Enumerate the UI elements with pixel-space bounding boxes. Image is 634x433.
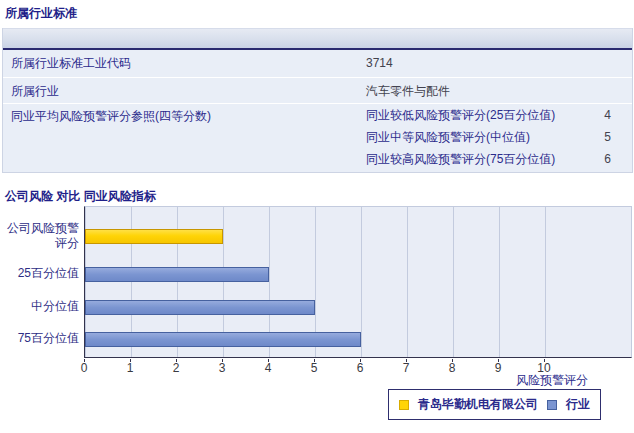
legend-swatch-company bbox=[399, 400, 409, 410]
gridline bbox=[361, 207, 362, 357]
y-category-label: 75百分位值 bbox=[0, 331, 79, 346]
bar-75th-percentile bbox=[85, 332, 361, 347]
gridline bbox=[499, 207, 500, 357]
y-category-label: 公司风险预警评分 bbox=[0, 221, 79, 251]
x-tick-label: 0 bbox=[74, 361, 94, 375]
x-tick-mark bbox=[360, 359, 361, 362]
x-tick-mark bbox=[268, 359, 269, 362]
gridline bbox=[407, 207, 408, 357]
x-tick-label: 4 bbox=[258, 361, 278, 375]
x-tick-mark bbox=[406, 359, 407, 362]
gridline bbox=[545, 207, 546, 357]
x-tick-label: 6 bbox=[350, 361, 370, 375]
x-tick-label: 2 bbox=[166, 361, 186, 375]
x-tick-label: 1 bbox=[120, 361, 140, 375]
x-tick-mark bbox=[314, 359, 315, 362]
legend-label-industry: 行业 bbox=[566, 396, 590, 413]
x-tick-mark bbox=[176, 359, 177, 362]
x-tick-mark bbox=[84, 359, 85, 362]
chart-legend: 青岛毕勤机电有限公司 行业 bbox=[388, 389, 601, 420]
bar-25th-percentile bbox=[85, 267, 269, 282]
x-tick-mark bbox=[130, 359, 131, 362]
x-tick-label: 8 bbox=[442, 361, 462, 375]
legend-swatch-industry bbox=[547, 400, 557, 410]
bar-company-risk-score bbox=[85, 229, 223, 244]
x-tick-mark bbox=[452, 359, 453, 362]
y-category-label: 25百分位值 bbox=[0, 266, 79, 281]
x-tick-mark bbox=[498, 359, 499, 362]
x-tick-label: 7 bbox=[396, 361, 416, 375]
gridline bbox=[453, 207, 454, 357]
y-category-label: 中分位值 bbox=[0, 299, 79, 314]
risk-comparison-chart: 公司风险预警评分 25百分位值 中分位值 75百分位值 012345678910… bbox=[0, 0, 634, 433]
x-tick-label: 3 bbox=[212, 361, 232, 375]
x-tick-label: 5 bbox=[304, 361, 324, 375]
x-axis-label: 风险预警评分 bbox=[463, 372, 588, 389]
legend-label-company: 青岛毕勤机电有限公司 bbox=[418, 396, 538, 413]
plot-area bbox=[84, 206, 632, 358]
bar-median bbox=[85, 300, 315, 315]
x-tick-mark bbox=[222, 359, 223, 362]
x-tick-mark bbox=[544, 359, 545, 362]
